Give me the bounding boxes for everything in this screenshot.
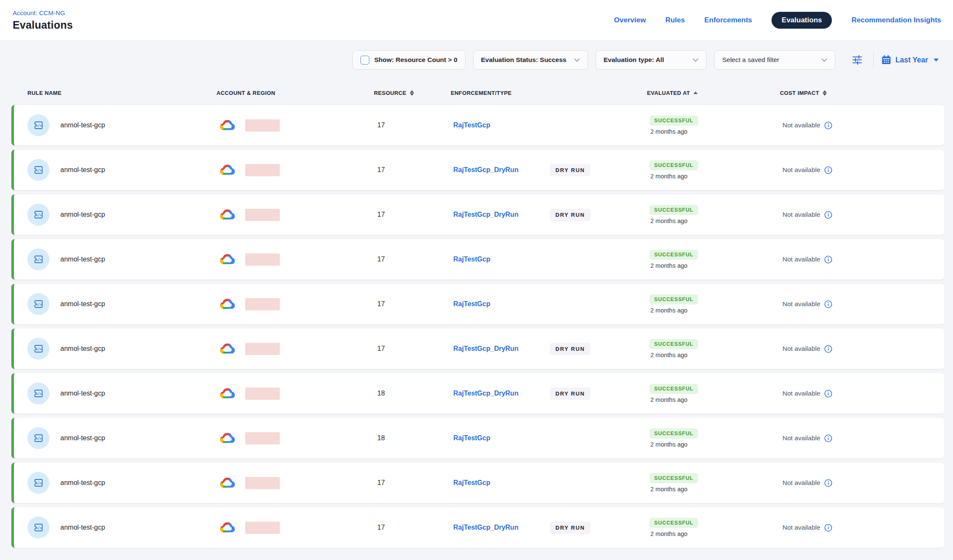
redacted-account-region: [245, 477, 280, 489]
enforcement-link[interactable]: RajTestGcp: [453, 434, 550, 442]
enforcement-link[interactable]: RajTestGcp: [453, 300, 550, 308]
info-icon[interactable]: [824, 256, 832, 264]
rule-icon: </>: [27, 204, 49, 226]
enforcement-link[interactable]: RajTestGcp_DryRun: [453, 211, 550, 218]
gcp-cloud-icon: [219, 253, 236, 267]
table-row[interactable]: </> anmol-test-gcp: [11, 239, 945, 280]
table-row[interactable]: </> anmol-test-gcp: [11, 105, 945, 145]
rule-icon: </>: [27, 427, 49, 449]
info-icon[interactable]: [824, 121, 832, 129]
breadcrumb[interactable]: Account: CCM-NG: [13, 9, 73, 16]
column-header-rule-name[interactable]: Rule Name: [11, 90, 217, 96]
redacted-account-region: [245, 209, 280, 221]
divider: [873, 51, 874, 68]
evaluated-time: 2 months ago: [650, 218, 688, 224]
evaluated-time: 2 months ago: [650, 128, 688, 135]
sort-icon[interactable]: [410, 90, 414, 96]
enforcement-link[interactable]: RajTestGcp: [453, 256, 550, 263]
redacted-account-region: [245, 432, 280, 444]
evaluated-time: 2 months ago: [650, 486, 688, 493]
enforcement-link[interactable]: RajTestGcp_DryRun: [453, 166, 550, 174]
rule-name: anmol-test-gcp: [60, 256, 105, 263]
rule-icon: </>: [27, 338, 49, 360]
nav-tab-overview[interactable]: Overview: [614, 16, 646, 24]
rule-name: anmol-test-gcp: [60, 166, 105, 174]
table-row[interactable]: </> anmol-test-gcp: [11, 150, 945, 190]
info-icon[interactable]: [824, 211, 832, 219]
status-badge: SUCCESSFUL: [650, 473, 698, 483]
cost-impact-value: Not available: [782, 300, 820, 308]
page-title: Evaluations: [13, 19, 73, 31]
table-row[interactable]: </> anmol-test-gcp: [11, 328, 945, 369]
svg-text:</>: </>: [36, 526, 42, 530]
info-icon[interactable]: [824, 345, 832, 353]
table-row[interactable]: </> anmol-test-gcp: [11, 194, 945, 235]
info-icon[interactable]: [824, 524, 832, 532]
column-header-cost-impact[interactable]: Cost Impact: [780, 90, 945, 96]
column-header-resource[interactable]: Resource: [374, 90, 451, 96]
evaluated-time: 2 months ago: [650, 173, 688, 180]
gcp-cloud-icon: [219, 342, 236, 356]
evaluation-status-dropdown[interactable]: Evaluation Status: Success: [473, 50, 588, 70]
rule-icon: </>: [27, 472, 49, 494]
gcp-cloud-icon: [219, 387, 236, 401]
evaluation-type-value: Evaluation type: All: [604, 56, 664, 64]
info-icon[interactable]: [824, 434, 832, 442]
rule-icon: </>: [27, 293, 49, 315]
saved-filter-dropdown[interactable]: Select a saved filter: [714, 50, 835, 70]
dry-run-badge: DRY RUN: [550, 209, 590, 221]
rule-name: anmol-test-gcp: [60, 434, 105, 442]
table-row[interactable]: </> anmol-test-gcp: [11, 373, 945, 414]
rule-icon: </>: [27, 248, 49, 270]
enforcement-link[interactable]: RajTestGcp_DryRun: [453, 390, 550, 397]
nav-tab-recommendation-insights[interactable]: Recommendation Insights: [851, 16, 941, 24]
top-navigation: Overview Rules Enforcements Evaluations …: [614, 12, 941, 29]
table-row[interactable]: </> anmol-test-gcp: [11, 507, 945, 548]
redacted-account-region: [245, 119, 280, 132]
info-icon[interactable]: [824, 390, 832, 398]
resource-count: 17: [376, 211, 453, 218]
column-header-enforcement-type[interactable]: Enforcement/Type: [451, 90, 647, 96]
info-icon[interactable]: [824, 479, 832, 487]
resource-count-label: Show: Resource Count > 0: [374, 56, 458, 64]
time-range-selector[interactable]: Last Year: [881, 55, 940, 65]
info-icon[interactable]: [824, 166, 832, 174]
resource-count: 17: [376, 345, 453, 353]
dry-run-badge: DRY RUN: [550, 164, 590, 176]
cost-impact-value: Not available: [782, 390, 820, 397]
table-row[interactable]: </> anmol-test-gcp: [11, 418, 945, 458]
svg-text:</>: </>: [36, 213, 42, 217]
nav-tab-rules[interactable]: Rules: [665, 16, 685, 24]
enforcement-link[interactable]: RajTestGcp_DryRun: [453, 345, 550, 353]
status-badge: SUCCESSFUL: [650, 160, 698, 170]
filter-settings-icon[interactable]: [849, 51, 866, 68]
resource-count: 17: [376, 121, 453, 129]
resource-count-filter[interactable]: Show: Resource Count > 0: [352, 50, 466, 70]
table-row[interactable]: </> anmol-test-gcp: [11, 463, 945, 503]
filter-bar: Show: Resource Count > 0 Evaluation Stat…: [0, 50, 953, 70]
cost-impact-value: Not available: [782, 345, 820, 353]
redacted-account-region: [245, 388, 280, 400]
nav-tab-evaluations[interactable]: Evaluations: [772, 12, 832, 29]
cost-impact-value: Not available: [782, 479, 820, 487]
top-header-bar: Account: CCM-NG Evaluations Overview Rul…: [0, 0, 953, 41]
info-icon[interactable]: [824, 300, 832, 308]
evaluated-time: 2 months ago: [650, 530, 688, 537]
evaluated-time: 2 months ago: [650, 396, 688, 403]
evaluation-type-dropdown[interactable]: Evaluation type: All: [596, 50, 707, 70]
column-header-evaluated-at[interactable]: Evaluated At: [647, 90, 780, 96]
resource-count-checkbox[interactable]: [360, 56, 369, 65]
resource-count: 17: [376, 524, 453, 531]
redacted-account-region: [245, 298, 280, 310]
rule-name: anmol-test-gcp: [60, 345, 105, 353]
column-header-account-region[interactable]: Account & Region: [217, 90, 374, 96]
table-row[interactable]: </> anmol-test-gcp: [11, 284, 945, 324]
enforcement-link[interactable]: RajTestGcp: [453, 479, 550, 487]
enforcement-link[interactable]: RajTestGcp: [453, 121, 550, 129]
enforcement-link[interactable]: RajTestGcp_DryRun: [453, 524, 550, 531]
sort-icon[interactable]: [823, 90, 827, 96]
evaluated-time: 2 months ago: [650, 307, 688, 314]
sort-asc-icon[interactable]: [693, 92, 698, 94]
nav-tab-enforcements[interactable]: Enforcements: [704, 16, 752, 24]
dry-run-badge: DRY RUN: [550, 522, 590, 534]
